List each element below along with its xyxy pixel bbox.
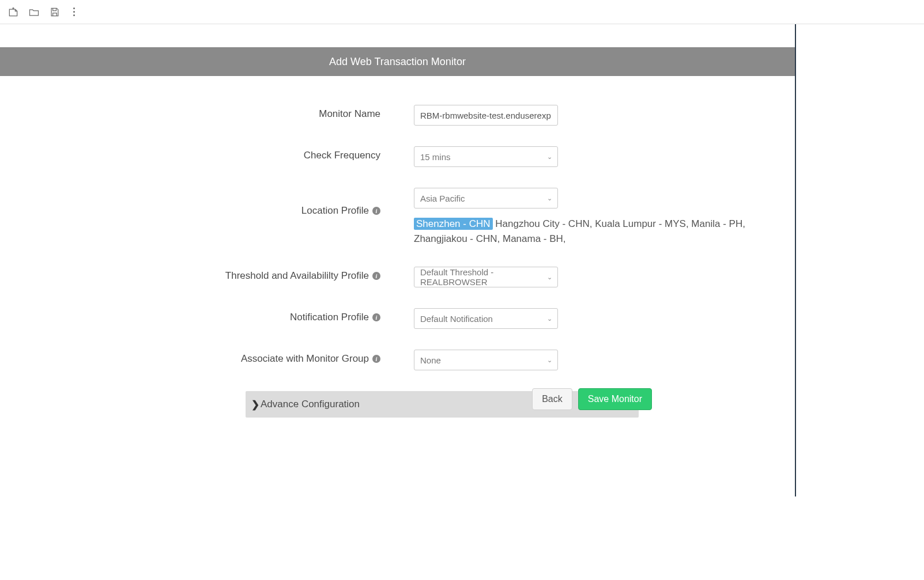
page-header: Add Web Transaction Monitor [0,47,796,76]
advance-configuration-label: Advance Configuration [261,399,360,410]
info-icon[interactable]: i [372,207,380,215]
notification-profile-select[interactable]: Default Notification [414,308,558,329]
location-list: Shenzhen - CHN Hangzhou City - CHN, Kual… [414,217,783,246]
label-monitor-group: Associate with Monitor Group i [0,350,380,365]
footer-actions: Back Save Monitor [532,388,652,410]
open-folder-icon[interactable] [28,6,40,18]
kebab-menu-icon[interactable] [69,6,78,18]
label-check-frequency: Check Frequency [0,146,380,161]
threshold-profile-select[interactable]: Default Threshold - REALBROWSER [414,267,558,287]
row-monitor-group: Associate with Monitor Group i None ⌄ [0,350,795,370]
save-icon[interactable] [48,6,61,18]
row-monitor-name: Monitor Name [0,105,795,126]
row-notification-profile: Notification Profile i Default Notificat… [0,308,795,329]
check-frequency-select[interactable]: 15 mins [414,146,558,167]
label-threshold-profile: Threshold and Availabililty Profile i [0,267,380,282]
info-icon[interactable]: i [372,355,380,363]
main-container: Add Web Transaction Monitor Monitor Name… [0,24,796,496]
location-profile-select[interactable]: Asia Pacific [414,188,558,209]
row-check-frequency: Check Frequency 15 mins ⌄ [0,146,795,167]
back-button[interactable]: Back [532,388,572,410]
info-icon[interactable]: i [372,272,380,280]
label-monitor-name: Monitor Name [0,105,380,120]
monitor-group-select[interactable]: None [414,350,558,370]
location-selected: Shenzhen - CHN [414,218,493,230]
label-notification-profile: Notification Profile i [0,308,380,323]
page-title: Add Web Transaction Monitor [329,56,466,68]
info-icon[interactable]: i [372,313,380,321]
row-location-profile: Location Profile i Asia Pacific ⌄ Shenzh… [0,188,795,246]
row-threshold-profile: Threshold and Availabililty Profile i De… [0,267,795,287]
new-file-icon[interactable] [7,6,20,18]
label-location-profile: Location Profile i [0,188,380,217]
top-toolbar [0,0,924,24]
save-monitor-button[interactable]: Save Monitor [578,388,652,410]
form-area: Monitor Name Check Frequency 15 mins ⌄ [0,76,796,496]
spacer [0,24,796,47]
monitor-name-input[interactable] [414,105,558,126]
chevron-right-icon: ❯ [251,399,259,411]
